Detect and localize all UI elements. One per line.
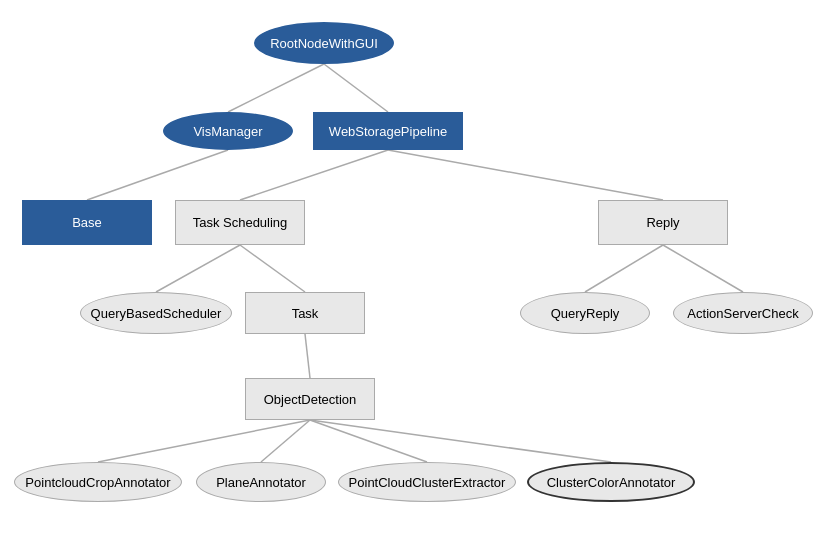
node-visManager[interactable]: VisManager [163,112,293,150]
svg-line-1 [324,64,388,112]
svg-line-9 [305,334,310,378]
node-taskScheduling[interactable]: Task Scheduling [175,200,305,245]
node-objectDetection[interactable]: ObjectDetection [245,378,375,420]
node-clusterColor[interactable]: ClusterColorAnnotator [527,462,695,502]
node-label-queryBasedScheduler: QueryBasedScheduler [91,306,222,321]
node-label-pointcloudCrop: PointcloudCropAnnotator [25,475,170,490]
svg-line-6 [240,245,305,292]
svg-line-12 [310,420,427,462]
node-planeAnnotator[interactable]: PlaneAnnotator [196,462,326,502]
diagram-canvas: RootNodeWithGUIVisManagerWebStoragePipel… [0,0,823,537]
node-label-taskScheduling: Task Scheduling [193,215,288,230]
node-webStorage[interactable]: WebStoragePipeline [313,112,463,150]
node-reply[interactable]: Reply [598,200,728,245]
node-label-root: RootNodeWithGUI [270,36,378,51]
node-label-clusterColor: ClusterColorAnnotator [547,475,676,490]
svg-line-5 [156,245,240,292]
node-label-base: Base [72,215,102,230]
node-label-objectDetection: ObjectDetection [264,392,357,407]
svg-line-10 [98,420,310,462]
svg-line-0 [228,64,324,112]
node-base[interactable]: Base [22,200,152,245]
node-label-pointCloudCluster: PointCloudClusterExtractor [349,475,506,490]
node-label-planeAnnotator: PlaneAnnotator [216,475,306,490]
node-label-visManager: VisManager [193,124,262,139]
node-pointCloudCluster[interactable]: PointCloudClusterExtractor [338,462,516,502]
node-label-queryReply: QueryReply [551,306,620,321]
node-pointcloudCrop[interactable]: PointcloudCropAnnotator [14,462,182,502]
node-label-webStorage: WebStoragePipeline [329,124,447,139]
node-root[interactable]: RootNodeWithGUI [254,22,394,64]
node-queryReply[interactable]: QueryReply [520,292,650,334]
node-actionServerCheck[interactable]: ActionServerCheck [673,292,813,334]
svg-line-13 [310,420,611,462]
svg-line-2 [87,150,228,200]
node-label-reply: Reply [646,215,679,230]
node-task[interactable]: Task [245,292,365,334]
svg-line-7 [585,245,663,292]
node-queryBasedScheduler[interactable]: QueryBasedScheduler [80,292,232,334]
svg-line-11 [261,420,310,462]
svg-line-4 [388,150,663,200]
diagram-edges [0,0,823,537]
node-label-task: Task [292,306,319,321]
svg-line-8 [663,245,743,292]
node-label-actionServerCheck: ActionServerCheck [687,306,798,321]
svg-line-3 [240,150,388,200]
